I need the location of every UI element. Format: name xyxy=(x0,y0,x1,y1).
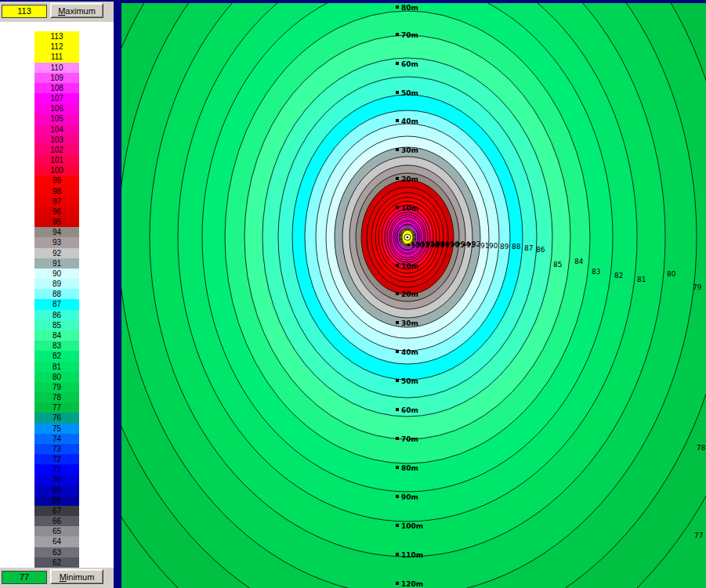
contour-label-marker xyxy=(447,243,449,245)
axis-label: 80m xyxy=(401,464,418,472)
scale-row-79: 79 xyxy=(34,382,79,392)
scale-row-64: 64 xyxy=(34,536,79,547)
scale-row-92: 92 xyxy=(34,248,79,258)
scale-row-98: 98 xyxy=(34,186,79,197)
contour-label: 82 xyxy=(614,272,623,280)
axis-label: 50m xyxy=(401,89,418,97)
legend-panel-bottom-bar: 77 Minimum xyxy=(0,568,114,588)
axis-label: 30m xyxy=(401,146,418,154)
scale-row-82: 82 xyxy=(34,351,79,361)
scale-row-87: 87 xyxy=(34,299,79,309)
scale-row-91: 91 xyxy=(34,258,79,269)
contour-label-marker xyxy=(458,243,460,245)
axis-tick-marker xyxy=(396,62,399,65)
axis-tick-marker xyxy=(396,379,399,382)
min-value-box[interactable]: 77 xyxy=(2,571,47,584)
scale-row-72: 72 xyxy=(34,454,79,464)
legend-panel: 113 Maximum 1131121111101091081071061051… xyxy=(0,2,114,588)
maximum-button[interactable]: Maximum xyxy=(50,3,103,18)
axis-tick-marker xyxy=(396,321,399,324)
scale-row-99: 99 xyxy=(34,175,79,186)
axis-tick-marker xyxy=(396,148,399,151)
scale-row-84: 84 xyxy=(34,330,79,341)
scale-row-112: 112 xyxy=(34,41,79,52)
axis-tick-marker xyxy=(396,177,399,180)
scale-row-113: 113 xyxy=(34,31,79,41)
contour-plot: 80m70m60m50m40m30m20m10m10m20m30m40m50m6… xyxy=(121,3,706,588)
axis-label: 40m xyxy=(401,117,418,125)
axis-label: 70m xyxy=(401,435,418,443)
minimum-button[interactable]: Minimum xyxy=(50,569,103,584)
scale-row-76: 76 xyxy=(34,413,79,423)
axis-tick-marker xyxy=(396,5,399,9)
contour-label-marker xyxy=(418,243,420,245)
axis-label: 120m xyxy=(401,580,423,588)
axis-label: 50m xyxy=(401,377,418,385)
axis-tick-marker xyxy=(396,466,399,469)
color-scale: 1131121111101091081071061051041031021011… xyxy=(34,31,79,568)
axis-tick-marker xyxy=(396,292,399,295)
scale-row-109: 109 xyxy=(34,73,79,83)
scale-row-101: 101 xyxy=(34,155,79,165)
axis-tick-marker xyxy=(396,350,399,353)
contour-label: 90 xyxy=(489,242,498,250)
max-value-box[interactable]: 113 xyxy=(2,5,47,18)
scale-row-69: 69 xyxy=(34,485,79,496)
contour-label: 85 xyxy=(553,261,562,269)
scale-row-90: 90 xyxy=(34,269,79,279)
scale-row-106: 106 xyxy=(34,103,79,114)
scale-row-74: 74 xyxy=(34,434,79,444)
axis-tick-marker xyxy=(396,582,399,585)
scale-row-73: 73 xyxy=(34,444,79,454)
map-area[interactable]: 80m70m60m50m40m30m20m10m10m20m30m40m50m6… xyxy=(121,3,706,588)
scale-row-95: 95 xyxy=(34,217,79,227)
scale-row-96: 96 xyxy=(34,207,79,217)
axis-label: 60m xyxy=(401,60,418,68)
scale-row-83: 83 xyxy=(34,341,79,351)
contour-label: 83 xyxy=(592,268,600,276)
scale-row-80: 80 xyxy=(34,372,79,382)
axis-label: 90m xyxy=(401,493,418,501)
contour-label-marker xyxy=(433,243,435,246)
scale-row-85: 85 xyxy=(34,320,79,330)
axis-tick-marker xyxy=(396,119,399,122)
scale-row-66: 66 xyxy=(34,516,79,526)
axis-label: 60m xyxy=(401,406,418,414)
axis-tick-marker xyxy=(396,408,399,411)
axis-tick-marker xyxy=(396,495,399,498)
scale-row-100: 100 xyxy=(34,165,79,175)
scale-row-97: 97 xyxy=(34,197,79,207)
contour-label-marker xyxy=(407,243,410,246)
scale-row-78: 78 xyxy=(34,392,79,402)
scale-row-105: 105 xyxy=(34,114,79,124)
axis-tick-marker xyxy=(396,91,399,94)
axis-tick-marker xyxy=(396,33,399,36)
scale-row-62: 62 xyxy=(34,557,79,568)
contour-label: 86 xyxy=(536,246,545,254)
contour-label-marker xyxy=(437,243,440,245)
contour-label: 89 xyxy=(500,243,509,251)
contour-label: 78 xyxy=(697,444,706,452)
scale-row-63: 63 xyxy=(34,547,79,557)
contour-label: 88 xyxy=(512,243,521,251)
contour-label-marker xyxy=(442,243,444,246)
scale-row-68: 68 xyxy=(34,496,79,506)
axis-label: 40m xyxy=(401,348,418,356)
scale-row-88: 88 xyxy=(34,289,79,299)
scale-row-104: 104 xyxy=(34,124,79,135)
legend-panel-top-bar: 113 Maximum xyxy=(0,2,114,22)
scale-row-70: 70 xyxy=(34,474,79,485)
scale-row-108: 108 xyxy=(34,83,79,93)
axis-label: 110m xyxy=(401,551,423,559)
scale-row-94: 94 xyxy=(34,227,79,237)
contour-label: 84 xyxy=(574,258,584,265)
contour-label-marker xyxy=(452,243,454,246)
scale-row-77: 77 xyxy=(34,402,79,413)
contour-label-marker xyxy=(463,243,465,246)
axis-tick-marker xyxy=(396,206,399,209)
axis-label: 20m xyxy=(401,290,418,298)
contour-label: 77 xyxy=(694,532,703,539)
axis-label: 80m xyxy=(401,4,418,12)
scale-row-86: 86 xyxy=(34,310,79,320)
scale-row-93: 93 xyxy=(34,237,79,247)
